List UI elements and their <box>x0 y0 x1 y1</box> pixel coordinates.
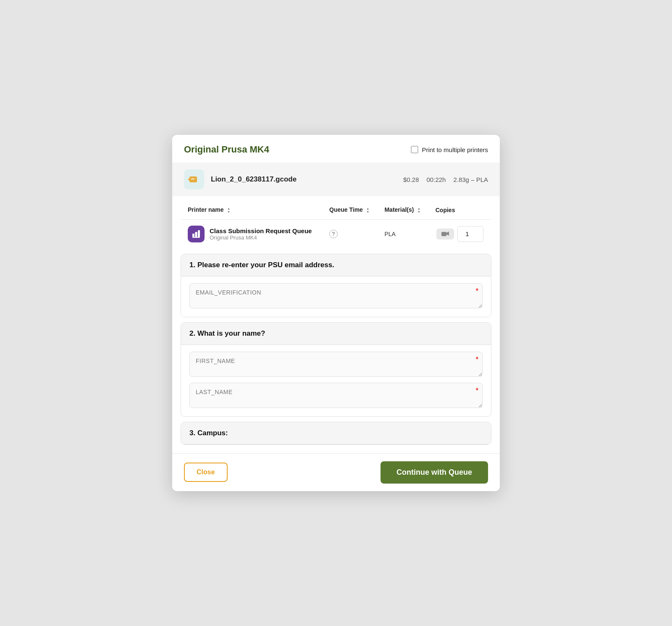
sort-queue-time-icon[interactable] <box>366 207 370 214</box>
queue-icon <box>188 226 205 242</box>
svg-rect-2 <box>191 179 194 179</box>
file-name: Lion_2_0_6238117.gcode <box>211 175 403 184</box>
queue-name-text: Class Submission Request Queue Original … <box>210 227 312 241</box>
svg-rect-5 <box>198 230 200 237</box>
camera-icon <box>441 231 449 237</box>
queue-time-cell: ? <box>329 230 371 238</box>
form-question-2: 2. What is your name? * * <box>181 322 491 417</box>
email-input-wrap: * <box>189 283 483 310</box>
print-multiple-label[interactable]: Print to multiple printers <box>411 146 488 153</box>
form-q2-body: * * <box>181 345 491 416</box>
svg-rect-4 <box>195 232 197 237</box>
queue-main-name: Class Submission Request Queue <box>210 227 312 234</box>
sort-printer-name-icon[interactable] <box>227 207 230 214</box>
form-q3-header: 3. Campus: <box>181 422 491 445</box>
th-materials[interactable]: Material(s) <box>378 201 428 219</box>
sort-materials-icon[interactable] <box>417 207 420 214</box>
material-label: PLA <box>384 231 395 237</box>
modal-header: Original Prusa MK4 Print to multiple pri… <box>172 135 500 163</box>
printer-table: Printer name Queue Time Material(s) Copi… <box>181 200 491 248</box>
last-name-required-star: * <box>476 387 478 395</box>
svg-marker-1 <box>188 178 189 181</box>
queue-name-wrap: Class Submission Request Queue Original … <box>188 226 316 242</box>
td-copies: 1 <box>429 219 491 248</box>
gcode-icon <box>188 173 200 186</box>
th-copies: Copies <box>429 201 491 219</box>
printer-table-wrap: Printer name Queue Time Material(s) Copi… <box>172 200 500 248</box>
table-row: Class Submission Request Queue Original … <box>181 219 491 248</box>
form-q1-header: 1. Please re-enter your PSU email addres… <box>181 254 491 276</box>
svg-rect-7 <box>441 232 446 236</box>
email-required-star: * <box>476 287 478 295</box>
file-weight: 2.83g – PLA <box>453 176 488 183</box>
file-cost: $0.28 <box>403 176 419 183</box>
svg-rect-6 <box>192 237 200 238</box>
td-printer-name: Class Submission Request Queue Original … <box>181 219 323 248</box>
form-q2-header: 2. What is your name? <box>181 323 491 345</box>
file-icon-wrap <box>184 169 204 189</box>
form-q1-body: * <box>181 276 491 317</box>
email-input[interactable] <box>189 283 483 308</box>
last-name-input-wrap: * <box>189 383 483 410</box>
td-materials: PLA <box>378 219 428 248</box>
form-question-1: 1. Please re-enter your PSU email addres… <box>181 254 491 317</box>
form-section: 1. Please re-enter your PSU email addres… <box>172 254 500 450</box>
svg-marker-8 <box>446 231 449 236</box>
first-name-input[interactable] <box>189 352 483 377</box>
close-button[interactable]: Close <box>184 463 228 482</box>
svg-rect-3 <box>192 234 194 237</box>
th-queue-time[interactable]: Queue Time <box>323 201 378 219</box>
print-multiple-text: Print to multiple printers <box>422 146 488 153</box>
file-meta: $0.28 00:22h 2.83g – PLA <box>403 176 488 183</box>
th-printer-name[interactable]: Printer name <box>181 201 323 219</box>
file-row: Lion_2_0_6238117.gcode $0.28 00:22h 2.83… <box>172 163 500 196</box>
continue-with-queue-button[interactable]: Continue with Queue <box>381 461 488 484</box>
first-name-input-wrap: * <box>189 352 483 379</box>
modal-title: Original Prusa MK4 <box>184 144 269 155</box>
camera-button[interactable] <box>436 229 454 239</box>
modal-container: Original Prusa MK4 Print to multiple pri… <box>172 135 500 491</box>
form-question-3: 3. Campus: <box>181 422 491 445</box>
first-name-required-star: * <box>476 356 478 363</box>
file-time: 00:22h <box>427 176 446 183</box>
queue-sub-name: Original Prusa MK4 <box>210 234 312 241</box>
last-name-input[interactable] <box>189 383 483 408</box>
copies-input[interactable]: 1 <box>457 226 483 242</box>
td-queue-time: ? <box>323 219 378 248</box>
print-multiple-checkbox[interactable] <box>411 146 418 153</box>
modal-footer: Close Continue with Queue <box>172 453 500 491</box>
question-icon: ? <box>329 230 338 238</box>
queue-svg-icon <box>192 229 201 239</box>
